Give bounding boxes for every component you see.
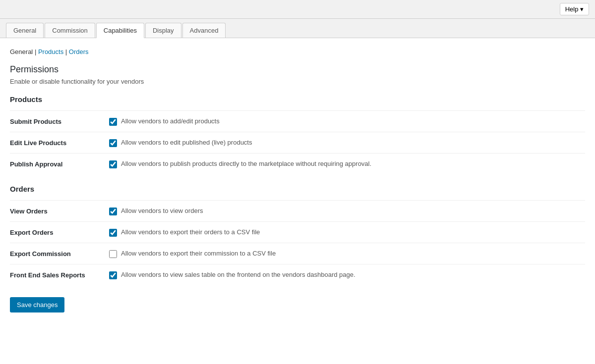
submit-products-desc[interactable]: Allow vendors to add/edit products [121,117,220,126]
setting-row-submit-products: Submit Products Allow vendors to add/edi… [10,110,585,132]
view-orders-checkbox[interactable] [109,208,117,215]
setting-row-export-orders: Export Orders Allow vendors to export th… [10,221,585,243]
setting-row-front-end-sales-reports: Front End Sales Reports Allow vendors to… [10,264,585,285]
setting-row-publish-approval: Publish Approval Allow vendors to publis… [10,153,585,174]
front-end-sales-reports-desc[interactable]: Allow vendors to view sales table on the… [121,270,356,279]
edit-live-products-label: Edit Live Products [10,138,109,147]
tab-display[interactable]: Display [145,23,181,38]
products-group-title: Products [10,95,585,104]
edit-live-products-desc[interactable]: Allow vendors to edit published (live) p… [121,138,252,147]
export-orders-desc[interactable]: Allow vendors to export their orders to … [121,228,260,237]
export-commission-desc[interactable]: Allow vendors to export their commission… [121,249,276,258]
publish-approval-checkbox[interactable] [109,160,117,168]
breadcrumb-orders[interactable]: Orders [69,48,89,55]
tabs-bar: General Commission Capabilities Display … [0,19,595,38]
publish-approval-control: Allow vendors to publish products direct… [109,159,585,168]
publish-approval-label: Publish Approval [10,159,109,168]
help-button[interactable]: Help ▾ [560,3,589,15]
export-commission-control: Allow vendors to export their commission… [109,249,585,258]
tab-general[interactable]: General [6,23,44,38]
setting-row-edit-live-products: Edit Live Products Allow vendors to edit… [10,132,585,153]
save-changes-button[interactable]: Save changes [10,297,64,312]
export-commission-checkbox[interactable] [109,250,117,258]
publish-approval-desc[interactable]: Allow vendors to publish products direct… [121,159,371,168]
breadcrumb: General | Products | Orders [10,48,585,55]
orders-group-title: Orders [10,185,585,193]
export-orders-checkbox[interactable] [109,229,117,237]
tab-commission[interactable]: Commission [45,23,95,38]
permissions-desc: Enable or disable functionality for your… [10,78,585,85]
tab-advanced[interactable]: Advanced [182,23,226,38]
edit-live-products-control: Allow vendors to edit published (live) p… [109,138,585,147]
breadcrumb-current: General [10,48,33,55]
breadcrumb-separator2: | [65,48,69,55]
export-orders-control: Allow vendors to export their orders to … [109,228,585,237]
submit-products-label: Submit Products [10,117,109,125]
front-end-sales-reports-checkbox[interactable] [109,271,117,279]
export-commission-label: Export Commission [10,249,109,258]
breadcrumb-products[interactable]: Products [38,48,63,55]
edit-live-products-checkbox[interactable] [109,139,117,147]
main-content: General | Products | Orders Permissions … [0,38,595,364]
view-orders-desc[interactable]: Allow vendors to view orders [121,207,203,215]
view-orders-label: View Orders [10,207,109,215]
view-orders-control: Allow vendors to view orders [109,207,585,215]
export-orders-label: Export Orders [10,228,109,236]
permissions-title: Permissions [10,64,585,75]
tab-capabilities[interactable]: Capabilities [96,23,144,38]
front-end-sales-reports-control: Allow vendors to view sales table on the… [109,270,585,279]
front-end-sales-reports-label: Front End Sales Reports [10,270,109,279]
setting-row-view-orders: View Orders Allow vendors to view orders [10,200,585,221]
breadcrumb-separator: | [35,48,38,55]
submit-products-control: Allow vendors to add/edit products [109,117,585,126]
submit-products-checkbox[interactable] [109,118,117,126]
top-bar: Help ▾ [0,0,595,19]
setting-row-export-commission: Export Commission Allow vendors to expor… [10,243,585,264]
